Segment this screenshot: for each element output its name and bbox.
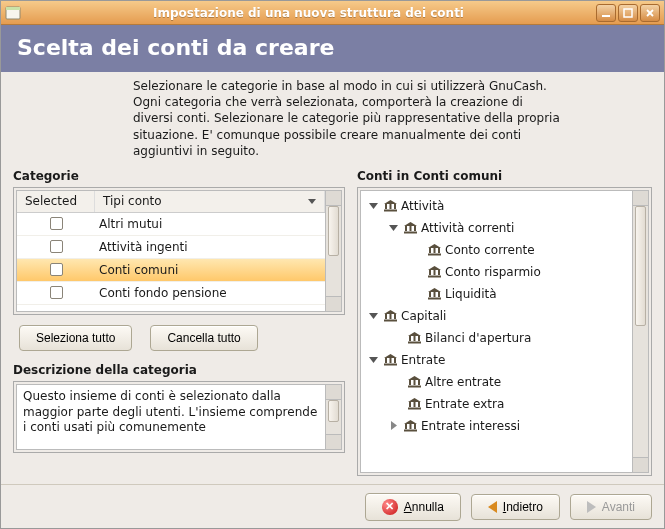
svg-marker-28 [428, 288, 441, 292]
svg-rect-46 [385, 358, 387, 363]
categories-panel: Categorie Selected Tipi conto Altri mutu… [13, 169, 345, 476]
wizard-banner: Scelta dei conti da creare [1, 25, 664, 72]
scroll-thumb[interactable] [635, 206, 646, 326]
svg-rect-30 [433, 292, 435, 297]
tree-item[interactable]: Entrate interessi [363, 415, 630, 437]
tree-item[interactable]: Conto corrente [363, 239, 630, 261]
minimize-button[interactable] [596, 4, 616, 22]
expander-icon[interactable] [367, 200, 379, 212]
category-label: Attività ingenti [95, 240, 325, 254]
select-all-button[interactable]: Seleziona tutto [19, 325, 132, 351]
tree-item[interactable]: Attività correnti [363, 217, 630, 239]
checkbox[interactable] [50, 240, 63, 253]
expander-spacer [387, 332, 403, 344]
tree-item-label: Conto corrente [445, 243, 535, 257]
wizard-footer: ✕ Annulla Indietro Avanti [1, 484, 664, 528]
svg-rect-8 [385, 204, 387, 209]
tree-item[interactable]: Capitali [363, 305, 630, 327]
description-scrollbar[interactable] [326, 384, 342, 450]
accounts-label: Conti in Conti comuni [357, 169, 652, 183]
checkbox[interactable] [50, 217, 63, 230]
expander-spacer [407, 288, 423, 300]
expander-spacer [387, 398, 403, 410]
account-icon [427, 288, 441, 300]
account-icon [403, 222, 417, 234]
description-text: Questo insieme di conti è selezionato da… [16, 384, 326, 450]
tree-item[interactable]: Attività [363, 195, 630, 217]
svg-rect-9 [389, 204, 391, 209]
scroll-thumb[interactable] [328, 400, 339, 422]
tree-item-label: Attività correnti [421, 221, 514, 235]
clear-all-button[interactable]: Cancella tutto [150, 325, 257, 351]
svg-marker-18 [428, 244, 441, 248]
svg-marker-60 [391, 421, 397, 430]
svg-rect-47 [389, 358, 391, 363]
accounts-panel: Conti in Conti comuni AttivitàAttività c… [357, 169, 652, 476]
account-icon [427, 266, 441, 278]
category-row[interactable]: Conti fondo pensione [17, 282, 325, 305]
description-frame: Questo insieme di conti è selezionato da… [13, 381, 345, 453]
svg-rect-24 [429, 270, 431, 275]
back-label: Indietro [503, 500, 543, 514]
tree-item[interactable]: Entrate [363, 349, 630, 371]
col-selected[interactable]: Selected [17, 191, 95, 212]
titlebar: Impostazione di una nuova struttura dei … [1, 1, 664, 25]
categories-list-frame: Selected Tipi conto Altri mutuiAttività … [13, 187, 345, 315]
svg-marker-23 [428, 266, 441, 270]
categories-list[interactable]: Selected Tipi conto Altri mutuiAttività … [16, 190, 326, 312]
svg-rect-54 [408, 385, 421, 387]
accounts-tree[interactable]: AttivitàAttività correntiConto correnteC… [360, 190, 633, 473]
svg-rect-51 [409, 380, 411, 385]
svg-rect-38 [384, 319, 397, 321]
svg-rect-43 [408, 341, 421, 343]
tree-item[interactable]: Altre entrate [363, 371, 630, 393]
tree-item[interactable]: Bilanci d'apertura [363, 327, 630, 349]
category-row[interactable]: Altri mutui [17, 213, 325, 236]
svg-rect-19 [429, 248, 431, 253]
col-tipo[interactable]: Tipi conto [95, 191, 325, 212]
svg-rect-35 [385, 314, 387, 319]
svg-rect-48 [394, 358, 396, 363]
svg-marker-34 [384, 310, 397, 314]
forward-label: Avanti [602, 500, 635, 514]
tree-item-label: Attività [401, 199, 444, 213]
svg-marker-6 [369, 203, 378, 209]
expander-icon[interactable] [367, 354, 379, 366]
expander-icon[interactable] [387, 222, 399, 234]
expander-icon[interactable] [367, 310, 379, 322]
svg-rect-57 [413, 402, 415, 407]
forward-button[interactable]: Avanti [570, 494, 652, 520]
back-button[interactable]: Indietro [471, 494, 560, 520]
checkbox[interactable] [50, 286, 63, 299]
cancel-button[interactable]: ✕ Annulla [365, 493, 461, 521]
category-checkbox-cell [17, 240, 95, 253]
intro-text: Selezionare le categorie in base al modo… [133, 78, 563, 159]
accounts-scrollbar[interactable] [633, 190, 649, 473]
scroll-thumb[interactable] [328, 206, 339, 256]
categories-header: Selected Tipi conto [17, 191, 325, 213]
account-icon [383, 354, 397, 366]
expander-icon[interactable] [387, 420, 399, 432]
category-row[interactable]: Conti comuni [17, 259, 325, 282]
close-button[interactable] [640, 4, 660, 22]
arrow-left-icon [488, 501, 497, 513]
tree-item-label: Entrate [401, 353, 445, 367]
svg-marker-39 [408, 332, 421, 336]
tree-item[interactable]: Conto risparmio [363, 261, 630, 283]
category-row[interactable]: Attività ingenti [17, 236, 325, 259]
svg-rect-40 [409, 336, 411, 341]
category-label: Altri mutui [95, 217, 325, 231]
columns: Categorie Selected Tipi conto Altri mutu… [13, 169, 652, 476]
svg-rect-58 [418, 402, 420, 407]
maximize-button[interactable] [618, 4, 638, 22]
tree-item[interactable]: Entrate extra [363, 393, 630, 415]
checkbox[interactable] [50, 263, 63, 276]
categories-scrollbar[interactable] [326, 190, 342, 312]
svg-rect-49 [384, 363, 397, 365]
svg-rect-1 [6, 7, 20, 10]
tree-item-label: Conto risparmio [445, 265, 541, 279]
svg-marker-33 [369, 313, 378, 319]
svg-marker-13 [404, 222, 417, 226]
svg-rect-25 [433, 270, 435, 275]
tree-item[interactable]: Liquidità [363, 283, 630, 305]
